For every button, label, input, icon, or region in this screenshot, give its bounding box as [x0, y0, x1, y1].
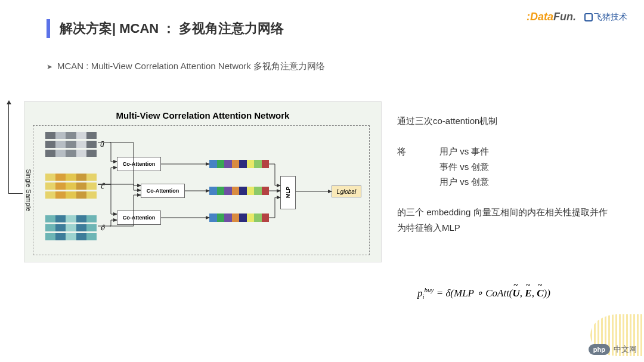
side-text: 通过三次co-attention机制 将 用户 vs 事件 事件 vs 创意 用… — [397, 113, 612, 235]
page-title: 解决方案| MCAN ： 多视角注意力网络 — [60, 20, 284, 38]
side-line2-prefix: 将 — [397, 144, 406, 190]
label-e-tilde: ẽ — [100, 224, 104, 232]
pair-user-event: 用户 vs 事件 — [439, 144, 489, 159]
formula-end: )) — [543, 287, 550, 299]
formula-sub: i — [423, 293, 425, 300]
embedding-output-2 — [209, 187, 269, 195]
coattention-box-1: Co-Attention — [117, 157, 161, 171]
php-badge: php — [589, 344, 610, 355]
subtitle: MCAN : Multi-View Correlation Attention … — [47, 61, 325, 72]
single-sample-label: Single Sample — [25, 166, 32, 214]
pair-user-creative: 用户 vs 创意 — [439, 174, 489, 190]
l-global-box: Lglobal — [332, 185, 361, 197]
diagram: Multi-View Correlation Attention Network… — [24, 101, 382, 262]
l-global-text: Lglobal — [337, 188, 356, 195]
formula-sup: buy — [425, 286, 434, 293]
diagram-title: Multi-View Correlation Attention Network — [33, 110, 373, 120]
formula: pibuy = δ(MLP ∘ CoAtt(U, E, C)) — [417, 286, 550, 300]
formula-p: p — [417, 287, 423, 299]
logo-feizhu: 飞猪技术 — [584, 12, 627, 23]
footer-cn: 中文网 — [614, 344, 637, 355]
input-c — [45, 174, 97, 200]
logo-feizhu-text: 飞猪技术 — [594, 12, 627, 23]
formula-u: U — [513, 287, 520, 299]
formula-eq: = δ(MLP ∘ CoAtt( — [434, 287, 512, 299]
label-c-tilde: c̃ — [100, 182, 104, 190]
label-u-tilde: ũ — [100, 140, 104, 148]
side-line1: 通过三次co-attention机制 — [397, 113, 612, 129]
mlp-box: MLP — [280, 176, 296, 209]
coattention-box-2: Co-Attention — [141, 184, 185, 198]
return-arrow-icon — [8, 101, 23, 194]
formula-sep2: , — [532, 287, 537, 299]
title-bar: 解决方案| MCAN ： 多视角注意力网络 — [47, 19, 284, 38]
formula-e: E — [525, 287, 531, 299]
footer-logo: php 中文网 — [589, 344, 637, 355]
embedding-output-3 — [209, 214, 269, 222]
logo-datafun: :DataFun. — [527, 11, 576, 23]
header-logos: :DataFun. 飞猪技术 — [527, 11, 627, 23]
pair-event-creative: 事件 vs 创意 — [439, 159, 489, 175]
input-e — [45, 215, 97, 242]
embedding-output-1 — [209, 160, 269, 168]
input-u — [45, 132, 97, 159]
diagram-dashed-box: Single Sample ũ c̃ ẽ Co-Attention Co-Att… — [33, 125, 370, 255]
formula-c: C — [537, 287, 543, 299]
feizhu-icon — [584, 13, 593, 21]
coattention-box-3: Co-Attention — [117, 211, 161, 225]
side-line3: 的三个 embedding 向量互相间的内在相关性提取并作为特征输入MLP — [397, 205, 612, 235]
title-accent — [47, 19, 50, 38]
